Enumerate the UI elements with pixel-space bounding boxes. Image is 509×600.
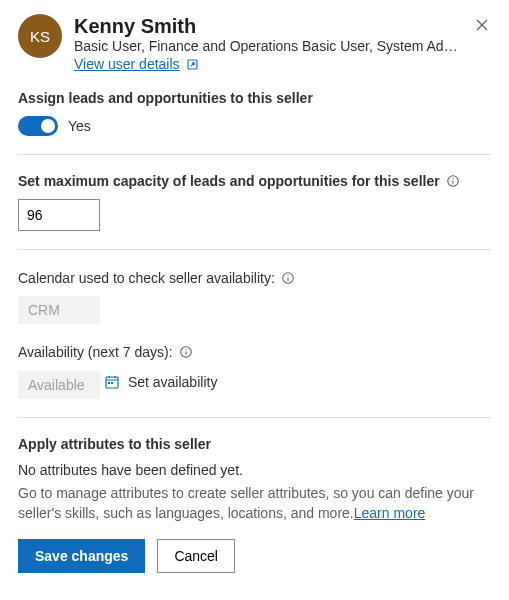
capacity-label-row: Set maximum capacity of leads and opport… <box>18 173 491 189</box>
divider <box>18 249 491 250</box>
save-button[interactable]: Save changes <box>18 539 145 573</box>
calendar-value: CRM <box>18 296 100 324</box>
user-block: Kenny Smith Basic User, Finance and Oper… <box>74 14 491 72</box>
assign-toggle-row: Yes <box>18 116 491 136</box>
svg-point-2 <box>452 178 453 179</box>
avatar: KS <box>18 14 62 58</box>
info-icon[interactable] <box>281 271 295 285</box>
capacity-label: Set maximum capacity of leads and opport… <box>18 173 440 189</box>
open-in-new-icon <box>186 58 199 71</box>
availability-label-row: Availability (next 7 days): <box>18 344 491 360</box>
user-name: Kenny Smith <box>74 14 491 38</box>
learn-more-link[interactable]: Learn more <box>354 505 426 521</box>
divider <box>18 417 491 418</box>
svg-rect-9 <box>111 382 113 384</box>
view-user-details-label: View user details <box>74 56 180 72</box>
assign-toggle-value: Yes <box>68 118 91 134</box>
footer: Save changes Cancel <box>18 539 491 573</box>
attributes-empty-text: No attributes have been defined yet. <box>18 462 491 478</box>
attributes-label: Apply attributes to this seller <box>18 436 491 452</box>
panel-header: KS Kenny Smith Basic User, Finance and O… <box>18 14 491 72</box>
assign-label: Assign leads and opportunities to this s… <box>18 90 491 106</box>
calendar-label-row: Calendar used to check seller availabili… <box>18 270 491 286</box>
info-icon[interactable] <box>446 174 460 188</box>
set-availability-link[interactable]: Set availability <box>104 374 218 390</box>
svg-rect-8 <box>108 382 110 384</box>
availability-label: Availability (next 7 days): <box>18 344 173 360</box>
divider <box>18 154 491 155</box>
svg-point-4 <box>287 275 288 276</box>
calendar-label: Calendar used to check seller availabili… <box>18 270 275 286</box>
cancel-button[interactable]: Cancel <box>157 539 235 573</box>
set-availability-label: Set availability <box>128 374 218 390</box>
close-icon <box>475 18 489 32</box>
user-roles: Basic User, Finance and Operations Basic… <box>74 38 464 54</box>
assign-toggle[interactable] <box>18 116 58 136</box>
capacity-input[interactable] <box>18 199 100 231</box>
attributes-help-text: Go to manage attributes to create seller… <box>18 484 491 523</box>
availability-value: Available <box>18 371 100 399</box>
view-user-details-link[interactable]: View user details <box>74 56 199 72</box>
info-icon[interactable] <box>179 345 193 359</box>
svg-point-6 <box>185 349 186 350</box>
seller-settings-panel: KS Kenny Smith Basic User, Finance and O… <box>0 0 509 591</box>
close-button[interactable] <box>469 12 495 38</box>
calendar-icon <box>104 374 120 390</box>
